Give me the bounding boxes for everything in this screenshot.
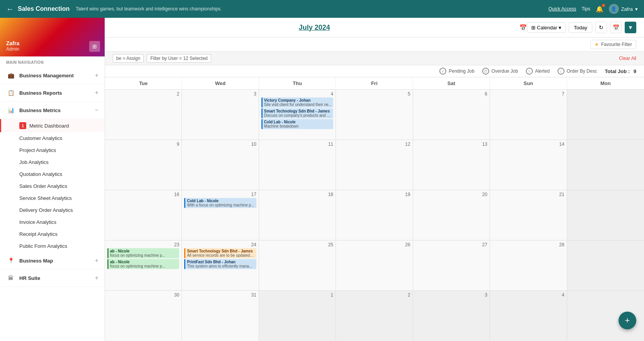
total-job-value: 9 bbox=[634, 68, 636, 74]
logout-button[interactable]: ⊞ bbox=[89, 41, 100, 52]
day-number: 3 bbox=[184, 91, 256, 97]
calendar-cell-w3d0[interactable]: 23ab - Nicolefocus on optimizing machine… bbox=[105, 240, 182, 290]
sidebar-subitem-invoice-analytics[interactable]: Invoice Analytics bbox=[0, 216, 105, 228]
day-number: 31 bbox=[184, 292, 256, 298]
user-menu-button[interactable]: 👤 Zafra ▾ bbox=[609, 4, 638, 14]
sidebar-sublabel-job-analytics: Job Analytics bbox=[19, 159, 49, 165]
calendar-event[interactable]: ab - Nicolefocus on optimizing machine p… bbox=[107, 248, 179, 258]
calendar-cell-w4d5[interactable]: 4 bbox=[490, 291, 567, 341]
calendar-grid: Tue Wed Thu Fri Sat Sun Mon 234Victory C… bbox=[105, 77, 644, 341]
calendar-week-3: 23ab - Nicolefocus on optimizing machine… bbox=[105, 240, 644, 291]
calendar-icon[interactable]: 📅 bbox=[519, 24, 527, 31]
tagline: Talent wins games, but teamwork and inte… bbox=[76, 6, 548, 12]
day-number: 1 bbox=[261, 292, 333, 298]
calendar-cell-w1d5[interactable]: 14 bbox=[490, 140, 567, 190]
clear-all-button[interactable]: Clear All bbox=[619, 56, 636, 61]
day-number: 18 bbox=[261, 192, 333, 197]
calendar-cell-w2d6[interactable] bbox=[567, 190, 644, 240]
sidebar-item-business-reports[interactable]: 📋 Business Reports + bbox=[0, 84, 105, 102]
back-button[interactable]: ← bbox=[6, 5, 14, 14]
calendar-cell-w4d3[interactable]: 2 bbox=[336, 291, 413, 341]
calendar-cell-w3d4[interactable]: 27 bbox=[413, 240, 490, 290]
calendar-cell-w3d2[interactable]: 25 bbox=[259, 240, 336, 290]
pending-job-icon: ✓ bbox=[439, 68, 446, 75]
day-number: 16 bbox=[107, 192, 179, 197]
calendar-cell-w4d1[interactable]: 31 bbox=[182, 291, 259, 341]
event-description: Machine breakdown bbox=[264, 124, 332, 128]
bell-icon[interactable]: 🔔 bbox=[596, 5, 603, 13]
calendar-view-label: Calendar bbox=[537, 25, 558, 31]
expand-icon-reports: + bbox=[95, 89, 98, 96]
favourite-filter-button[interactable]: ★ Favourite Filter bbox=[590, 40, 636, 49]
sidebar-subitem-public-form-analytics[interactable]: Public Form Analytics bbox=[0, 240, 105, 252]
calendar-event[interactable]: ab - Nicolefocus on optimizing machine p… bbox=[107, 259, 179, 269]
nav-right: Quick Access Tips 🔔 👤 Zafra ▾ bbox=[548, 4, 638, 14]
calendar-cell-w4d2[interactable]: 1 bbox=[259, 291, 336, 341]
filter-button[interactable]: ▼ bbox=[625, 22, 636, 33]
sidebar-subitem-receipt-analytics[interactable]: Receipt Analytics bbox=[0, 228, 105, 240]
calendar-cell-w0d3[interactable]: 5 bbox=[336, 90, 413, 140]
event-title: PrintFast Sdn Bhd - Johan bbox=[187, 260, 254, 264]
calendar-cell-w2d5[interactable]: 21 bbox=[490, 190, 567, 240]
calendar-cell-w2d2[interactable]: 18 bbox=[259, 190, 336, 240]
sidebar-item-business-metrics[interactable]: 📊 Business Metrics − bbox=[0, 102, 105, 119]
calendar-cell-w4d4[interactable]: 3 bbox=[413, 291, 490, 341]
calendar-cell-w0d6[interactable] bbox=[567, 90, 644, 140]
sidebar-subitem-metric-dashboard[interactable]: 1 Metric Dashboard bbox=[0, 119, 105, 132]
sidebar-sublabel-invoice-analytics: Invoice Analytics bbox=[19, 219, 56, 225]
sidebar-subitem-sales-order-analytics[interactable]: Sales Order Analytics bbox=[0, 180, 105, 192]
day-number: 10 bbox=[184, 142, 256, 147]
calendar-cell-w0d0[interactable]: 2 bbox=[105, 90, 182, 140]
calendar-cell-w1d0[interactable]: 9 bbox=[105, 140, 182, 190]
calendar-cell-w3d3[interactable]: 26 bbox=[336, 240, 413, 290]
calendar-cell-w1d6[interactable] bbox=[567, 140, 644, 190]
sidebar-subitem-job-analytics[interactable]: Job Analytics bbox=[0, 156, 105, 168]
filter-tag-user[interactable]: Filter by User = 12 Selected bbox=[147, 54, 211, 63]
tips-button[interactable]: Tips bbox=[581, 6, 590, 12]
today-button[interactable]: Today bbox=[569, 22, 592, 33]
calendar-cell-w2d4[interactable]: 20 bbox=[413, 190, 490, 240]
sidebar-subitem-customer-analytics[interactable]: Customer Analytics bbox=[0, 132, 105, 144]
filter-tag-assign[interactable]: be = Assign bbox=[113, 54, 144, 63]
calendar-cell-w2d0[interactable]: 16 bbox=[105, 190, 182, 240]
calendar-cell-w2d3[interactable]: 19 bbox=[336, 190, 413, 240]
calendar-cell-w3d6[interactable] bbox=[567, 240, 644, 290]
sidebar-item-hr-suite[interactable]: 🏛 HR Suite + bbox=[0, 269, 105, 287]
day-number: 21 bbox=[492, 192, 564, 197]
event-title: Cold Lab - Nicole bbox=[264, 120, 332, 124]
calendar-cell-w1d1[interactable]: 10 bbox=[182, 140, 259, 190]
event-title: Cold Lab - Nicole bbox=[187, 199, 254, 203]
sidebar-subitem-quotation-analytics[interactable]: Quotation Analytics bbox=[0, 168, 105, 180]
event-title: ab - Nicole bbox=[110, 249, 178, 253]
calendar-cell-w1d2[interactable]: 11 bbox=[259, 140, 336, 190]
sidebar-item-business-management[interactable]: 💼 Business Management + bbox=[0, 67, 105, 84]
calendar-cell-w1d3[interactable]: 12 bbox=[336, 140, 413, 190]
calendar-cell-w2d1[interactable]: 17Cold Lab - NicoleWith a focus on optim… bbox=[182, 190, 259, 240]
sidebar-subitem-delivery-order-analytics[interactable]: Delivery Order Analytics bbox=[0, 204, 105, 216]
calendar-event[interactable]: Smart Technology Sdn Bhd - JamesDiscuss … bbox=[261, 108, 333, 118]
calendar-cell-w0d1[interactable]: 3 bbox=[182, 90, 259, 140]
overdue-job-icon: ⏱ bbox=[482, 68, 489, 75]
calendar-cell-w4d0[interactable]: 30 bbox=[105, 291, 182, 341]
calendar-month-title[interactable]: July 2024 bbox=[113, 24, 516, 32]
calendar-cell-w0d2[interactable]: 4Victory Company - JohanSite visit clien… bbox=[259, 90, 336, 140]
add-fab-button[interactable]: + bbox=[619, 312, 636, 329]
sidebar-item-business-map[interactable]: 📍 Business Map + bbox=[0, 252, 105, 269]
calendar-cell-w0d5[interactable]: 7 bbox=[490, 90, 567, 140]
sidebar-subitem-service-sheet-analytics[interactable]: Service Sheet Analytics bbox=[0, 192, 105, 204]
calendar-event[interactable]: Smart Technology Sdn Bhd - JamesAll serv… bbox=[184, 248, 256, 258]
calendar-cell-w1d4[interactable]: 13 bbox=[413, 140, 490, 190]
calendar-cell-w3d1[interactable]: 24Smart Technology Sdn Bhd - JamesAll se… bbox=[182, 240, 259, 290]
sidebar-subitem-project-analytics[interactable]: Project Analytics bbox=[0, 144, 105, 156]
calendar-event[interactable]: Cold Lab - NicoleWith a focus on optimiz… bbox=[184, 198, 256, 208]
calendar-cell-w0d4[interactable]: 6 bbox=[413, 90, 490, 140]
calendar-view-button[interactable]: ⊞ Calendar ▾ bbox=[527, 22, 566, 33]
calendar-event[interactable]: Cold Lab - NicoleMachine breakdown bbox=[261, 119, 333, 129]
quick-access-button[interactable]: Quick Access bbox=[548, 6, 576, 12]
refresh-button[interactable]: ↻ bbox=[595, 22, 607, 33]
sidebar-header: Zafra Admin ⊞ bbox=[0, 18, 105, 56]
calendar-event[interactable]: PrintFast Sdn Bhd - JohanThis system aim… bbox=[184, 259, 256, 269]
schedule-button[interactable]: 📅 bbox=[610, 22, 622, 33]
calendar-cell-w3d5[interactable]: 28 bbox=[490, 240, 567, 290]
calendar-event[interactable]: Victory Company - JohanSite visit client… bbox=[261, 97, 333, 107]
